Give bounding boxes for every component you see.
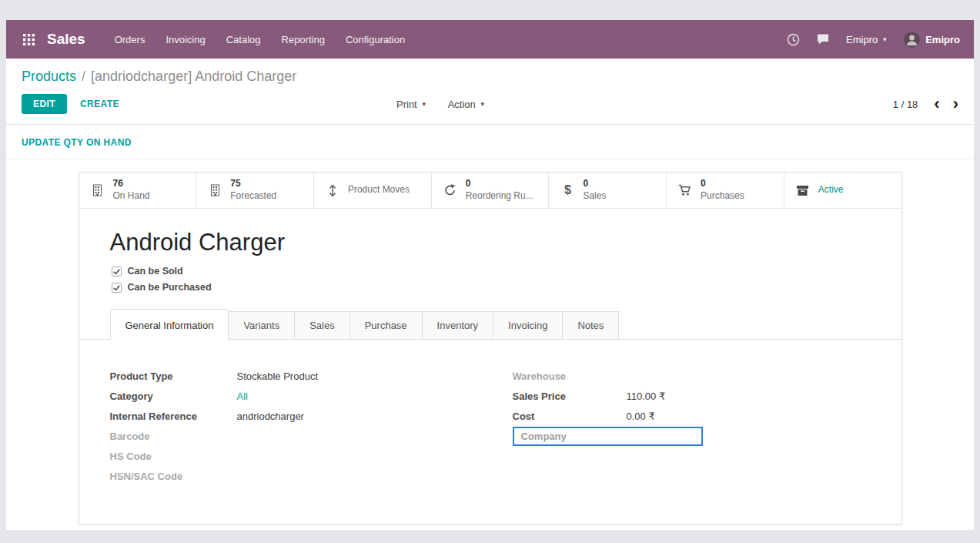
app-name[interactable]: Sales <box>47 31 85 48</box>
can-be-sold-checkbox[interactable]: Can be Sold <box>79 266 901 277</box>
field-category: Category All <box>110 386 468 406</box>
control-panel-actions: EDIT CREATE Print ▼ Action ▼ 1 / 18 ‹ › <box>6 89 974 124</box>
field-label: Barcode <box>110 431 237 442</box>
stat-button-reordering-rules[interactable]: 0 Reordering Ru... <box>432 173 550 208</box>
breadcrumb-current: [andriodcharger] Android Charger <box>91 69 296 84</box>
chevron-down-icon: ▼ <box>480 101 486 108</box>
field-label: Category <box>110 390 237 402</box>
field-label: HSN/SAC Code <box>110 471 237 482</box>
tab-sales[interactable]: Sales <box>294 311 350 340</box>
field-label: Product Type <box>110 370 237 382</box>
breadcrumb-separator: / <box>82 69 85 84</box>
top-navbar: Sales Orders Invoicing Catalog Reporting… <box>6 20 974 59</box>
menu-configuration[interactable]: Configuration <box>346 34 405 45</box>
field-company-row: Company <box>513 426 871 446</box>
field-value: Stockable Product <box>237 370 319 382</box>
dollar-icon: $ <box>560 183 574 197</box>
stat-button-purchases[interactable]: 0 Purchases <box>667 173 784 208</box>
stat-value: 76 <box>113 178 150 190</box>
field-value: 0.00 ₹ <box>627 411 655 422</box>
field-value: 110.00 ₹ <box>627 390 666 402</box>
field-hs-code: HS Code <box>110 446 468 466</box>
stat-label: Product Moves <box>348 184 410 196</box>
edit-button[interactable]: EDIT <box>22 94 67 114</box>
nav-right: Emipro ▼ Emipro <box>787 32 960 48</box>
tab-inventory[interactable]: Inventory <box>422 311 493 340</box>
update-qty-on-hand-button[interactable]: UPDATE QTY ON HAND <box>22 137 132 148</box>
stat-button-on-hand[interactable]: 76 On Hand <box>79 173 197 208</box>
print-dropdown-label: Print <box>396 99 417 110</box>
tab-notes[interactable]: Notes <box>562 311 619 340</box>
user-menu[interactable]: Emipro <box>904 32 960 48</box>
stat-label: Forecasted <box>230 190 276 203</box>
checkbox-checked-icon <box>112 283 122 293</box>
field-value: andriodcharger <box>237 411 304 422</box>
chevron-down-icon: ▼ <box>881 36 888 43</box>
tab-general-information[interactable]: General Information <box>110 309 229 340</box>
stat-text: Product Moves <box>348 184 410 196</box>
field-label: HS Code <box>110 451 237 462</box>
tab-purchase[interactable]: Purchase <box>350 311 423 340</box>
company-menu[interactable]: Emipro ▼ <box>846 34 888 45</box>
action-dropdown-label: Action <box>448 99 476 110</box>
field-label: Cost <box>513 411 627 422</box>
menu-reporting[interactable]: Reporting <box>282 34 325 45</box>
cart-icon <box>678 184 692 196</box>
building-icon <box>208 184 222 196</box>
pager-previous-icon[interactable]: ‹ <box>934 99 939 109</box>
stat-button-product-moves[interactable]: Product Moves <box>314 173 432 208</box>
center-actions: Print ▼ Action ▼ <box>396 99 486 110</box>
field-label: Sales Price <box>513 390 627 402</box>
product-form-sheet: 76 On Hand 75 Forecasted <box>79 172 902 525</box>
menu-orders[interactable]: Orders <box>115 34 145 45</box>
app-window: Sales Orders Invoicing Catalog Reporting… <box>6 20 974 530</box>
stat-value: 75 <box>230 178 276 190</box>
company-menu-label: Emipro <box>846 34 878 45</box>
activities-clock-icon[interactable] <box>787 33 800 46</box>
create-button[interactable]: CREATE <box>80 99 119 109</box>
pager-next-icon[interactable]: › <box>953 99 958 109</box>
stat-text: 76 On Hand <box>113 178 150 202</box>
form-view-background: 76 On Hand 75 Forecasted <box>6 159 974 530</box>
print-dropdown[interactable]: Print ▼ <box>396 99 427 110</box>
stat-text: 0 Reordering Ru... <box>466 178 533 202</box>
action-dropdown[interactable]: Action ▼ <box>448 99 486 110</box>
apps-menu-icon[interactable] <box>20 31 38 49</box>
checkbox-checked-icon <box>112 266 122 277</box>
form-right-column: Warehouse Sales Price 110.00 ₹ Cost 0.00… <box>513 366 871 486</box>
stat-value: 0 <box>583 178 606 190</box>
stat-label: Sales <box>583 190 606 203</box>
statusbar: UPDATE QTY ON HAND <box>6 124 974 159</box>
field-product-type: Product Type Stockable Product <box>110 366 468 386</box>
stat-button-active[interactable]: Active <box>784 173 901 208</box>
category-link[interactable]: All <box>237 390 248 402</box>
stat-label: Purchases <box>701 190 744 203</box>
can-be-purchased-checkbox[interactable]: Can be Purchased <box>79 282 901 293</box>
refresh-icon <box>443 184 457 196</box>
field-cost: Cost 0.00 ₹ <box>513 406 871 426</box>
checkbox-label: Can be Sold <box>128 266 183 277</box>
menu-catalog[interactable]: Catalog <box>226 34 261 45</box>
stat-button-box: 76 On Hand 75 Forecasted <box>79 173 901 209</box>
field-sales-price: Sales Price 110.00 ₹ <box>513 386 871 406</box>
stat-label: Active <box>818 184 844 196</box>
form-left-column: Product Type Stockable Product Category … <box>110 366 468 486</box>
field-internal-reference: Internal Reference andriodcharger <box>110 406 468 426</box>
messages-chat-icon[interactable] <box>816 33 830 45</box>
field-hsn-sac-code: HSN/SAC Code <box>110 466 468 486</box>
breadcrumb-products-link[interactable]: Products <box>22 69 76 84</box>
menu-invoicing[interactable]: Invoicing <box>166 34 205 45</box>
desktop-background: Sales Orders Invoicing Catalog Reporting… <box>0 0 980 543</box>
stat-button-forecasted[interactable]: 75 Forecasted <box>196 173 314 208</box>
stat-button-sales[interactable]: $ 0 Sales <box>549 173 667 208</box>
company-field[interactable]: Company <box>513 427 703 446</box>
tab-variants[interactable]: Variants <box>228 311 295 340</box>
field-barcode: Barcode <box>110 426 468 446</box>
general-information-panel: Product Type Stockable Product Category … <box>79 340 901 509</box>
tab-invoicing[interactable]: Invoicing <box>493 311 563 340</box>
archive-icon <box>796 185 810 196</box>
avatar <box>904 32 920 48</box>
stat-text: Active <box>818 184 844 196</box>
stat-label: Reordering Ru... <box>466 190 533 203</box>
stat-label: On Hand <box>113 190 150 203</box>
